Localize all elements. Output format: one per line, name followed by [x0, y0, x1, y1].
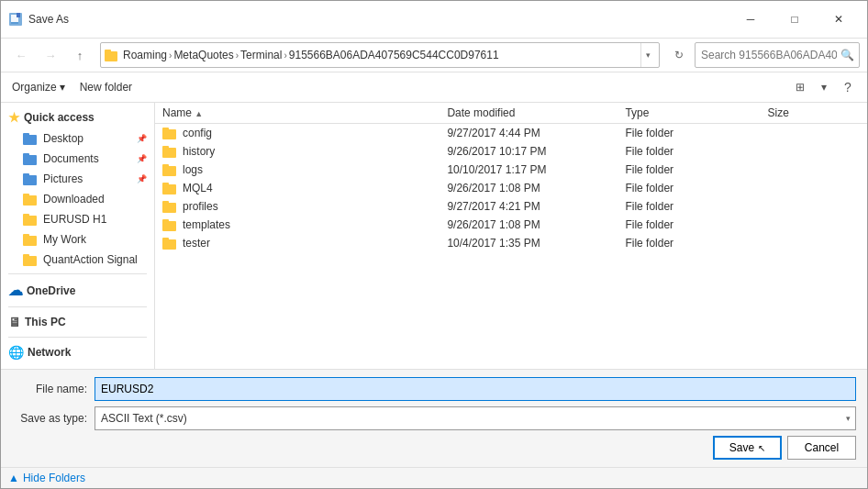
- breadcrumb-terminal[interactable]: Terminal: [240, 49, 282, 61]
- onedrive-item[interactable]: ☁ OneDrive: [1, 278, 154, 303]
- maximize-button[interactable]: □: [773, 6, 816, 32]
- breadcrumb: Roaming › MetaQuotes › Terminal › 915566…: [105, 49, 640, 61]
- refresh-button[interactable]: ↻: [667, 42, 691, 68]
- file-name: logs: [183, 163, 203, 176]
- file-type: File folder: [618, 124, 760, 143]
- help-button[interactable]: ?: [836, 75, 860, 99]
- table-row[interactable]: history 9/26/2017 10:17 PM File folder: [155, 142, 867, 161]
- sidebar-item-mywork[interactable]: My Work: [1, 229, 154, 250]
- address-dropdown-button[interactable]: ▾: [640, 43, 655, 67]
- folder-icon: [162, 237, 177, 250]
- file-date: 9/26/2017 10:17 PM: [440, 142, 618, 161]
- address-bar[interactable]: Roaming › MetaQuotes › Terminal › 915566…: [100, 42, 660, 68]
- organize-button[interactable]: Organize ▾: [8, 75, 69, 99]
- savetype-select[interactable]: ASCII Text (*.csv): [95, 406, 856, 430]
- file-date: 9/27/2017 4:21 PM: [440, 197, 618, 216]
- sidebar-item-eurusd[interactable]: EURUSD H1: [1, 209, 154, 229]
- svg-rect-2: [17, 13, 20, 17]
- file-type: File folder: [618, 142, 760, 161]
- file-date: 10/10/2017 1:17 PM: [440, 161, 618, 179]
- file-size: [761, 216, 867, 234]
- folder-icon: [23, 253, 38, 266]
- breadcrumb-roaming[interactable]: Roaming: [123, 49, 167, 61]
- search-input[interactable]: [695, 42, 860, 68]
- svg-rect-11: [23, 173, 29, 177]
- sidebar-item-documents[interactable]: Documents 📌: [1, 149, 154, 169]
- network-section: 🌐 Network: [1, 341, 154, 363]
- sidebar-item-pictures[interactable]: Pictures 📌: [1, 169, 154, 189]
- svg-rect-15: [23, 214, 29, 217]
- pictures-label: Pictures: [43, 172, 83, 185]
- file-size: [761, 124, 867, 143]
- file-table: Name ▲ Date modified Type Size: [155, 103, 867, 252]
- table-row[interactable]: tester 10/4/2017 1:35 PM File folder: [155, 234, 867, 252]
- eurusd-label: EURUSD H1: [43, 213, 106, 226]
- hide-folders-bar[interactable]: ▲ Hide Folders: [1, 467, 867, 488]
- main-content: ★ Quick access Desktop 📌 Documents 📌 Pic…: [1, 103, 867, 369]
- up-button[interactable]: ↑: [67, 43, 93, 67]
- svg-rect-3: [11, 22, 18, 24]
- sort-arrow: ▲: [195, 109, 203, 118]
- table-row[interactable]: logs 10/10/2017 1:17 PM File folder: [155, 161, 867, 179]
- new-folder-button[interactable]: New folder: [76, 75, 136, 99]
- file-type: File folder: [618, 197, 760, 216]
- column-size[interactable]: Size: [761, 103, 867, 124]
- file-date: 10/4/2017 1:35 PM: [440, 234, 618, 252]
- folder-icon: [162, 200, 177, 213]
- file-name: history: [183, 145, 215, 158]
- file-area: Name ▲ Date modified Type Size: [155, 103, 867, 369]
- svg-rect-25: [162, 164, 169, 168]
- filename-label: File name:: [12, 383, 95, 395]
- sidebar-item-desktop[interactable]: Desktop 📌: [1, 128, 154, 149]
- breadcrumb-metaquotes[interactable]: MetaQuotes: [173, 49, 233, 61]
- cancel-button[interactable]: Cancel: [787, 436, 856, 460]
- address-toolbar: ← → ↑ Roaming › MetaQuotes › Terminal › …: [1, 39, 867, 72]
- thispc-icon: 🖥: [8, 315, 21, 329]
- savetype-wrapper: ASCII Text (*.csv) ▾: [95, 406, 856, 430]
- column-type[interactable]: Type: [618, 103, 760, 124]
- file-name: profiles: [183, 200, 218, 213]
- save-button[interactable]: Save ↖: [713, 436, 782, 460]
- cursor-indicator: ↖: [758, 443, 765, 453]
- thispc-item[interactable]: 🖥 This PC: [1, 311, 154, 333]
- folder-icon: [23, 213, 38, 226]
- forward-button[interactable]: →: [38, 43, 63, 67]
- table-row[interactable]: profiles 9/27/2017 4:21 PM File folder: [155, 197, 867, 216]
- title-bar: Save As ─ □ ✕: [1, 1, 867, 39]
- file-type: File folder: [618, 216, 760, 234]
- folder-icon: [23, 193, 38, 206]
- svg-rect-23: [162, 146, 169, 150]
- sidebar: ★ Quick access Desktop 📌 Documents 📌 Pic…: [1, 103, 155, 369]
- organize-label: Organize: [12, 81, 57, 94]
- back-button[interactable]: ←: [8, 43, 34, 67]
- sidebar-item-downloaded[interactable]: Downloaded: [1, 189, 154, 209]
- column-date[interactable]: Date modified: [440, 103, 618, 124]
- sidebar-divider-2: [8, 306, 147, 307]
- filename-input[interactable]: [95, 377, 856, 401]
- organize-arrow: ▾: [60, 81, 65, 94]
- hide-folders-arrow: ▲: [8, 472, 19, 484]
- svg-rect-13: [23, 194, 29, 197]
- column-name[interactable]: Name ▲: [155, 103, 440, 124]
- quick-access-header[interactable]: ★ Quick access: [1, 106, 154, 128]
- folder-icon: [162, 163, 177, 176]
- file-table-header: Name ▲ Date modified Type Size: [155, 103, 867, 124]
- minimize-button[interactable]: ─: [729, 6, 772, 32]
- network-item[interactable]: 🌐 Network: [1, 341, 154, 363]
- view-controls: ⊞ ▾ ?: [788, 75, 860, 99]
- mywork-label: My Work: [43, 233, 86, 246]
- sidebar-divider-3: [8, 337, 147, 338]
- close-button[interactable]: ✕: [818, 6, 860, 32]
- breadcrumb-hash[interactable]: 915566BA06ADA407569C544CC0D97611: [289, 49, 499, 61]
- table-row[interactable]: templates 9/26/2017 1:08 PM File folder: [155, 216, 867, 234]
- view-arrow-button[interactable]: ▾: [812, 75, 836, 99]
- filename-row: File name:: [12, 377, 856, 401]
- folder-icon: [23, 152, 38, 165]
- search-wrapper: 🔍: [695, 42, 860, 68]
- table-row[interactable]: config 9/27/2017 4:44 PM File folder: [155, 124, 867, 143]
- table-row[interactable]: MQL4 9/26/2017 1:08 PM File folder: [155, 179, 867, 197]
- file-type: File folder: [618, 161, 760, 179]
- view-toggle-button[interactable]: ⊞: [788, 75, 812, 99]
- sidebar-item-quantaction[interactable]: QuantAction Signal: [1, 250, 154, 270]
- svg-rect-31: [162, 219, 169, 223]
